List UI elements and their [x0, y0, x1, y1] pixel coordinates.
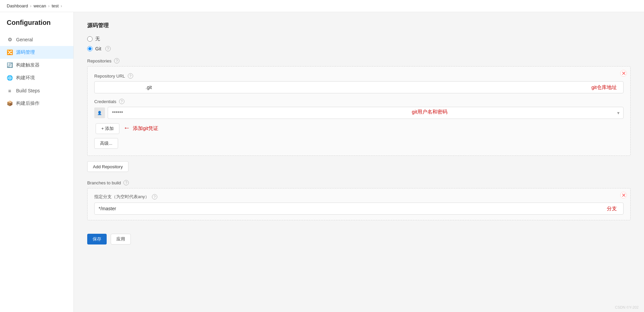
sidebar-item-label-env: 构建环境	[16, 75, 35, 81]
footer-actions: 保存 应用	[87, 230, 631, 244]
breadcrumb-wecan[interactable]: wecan	[34, 3, 46, 8]
credentials-label: Credentials ?	[94, 99, 624, 104]
repo-url-row: git仓库地址	[94, 81, 624, 93]
postbuild-icon: 📦	[7, 100, 13, 106]
sidebar-item-buildsteps[interactable]: ≡ Build Steps	[0, 84, 73, 97]
branch-input[interactable]	[94, 203, 624, 215]
branch-field-help-icon[interactable]: ?	[152, 194, 157, 199]
buildsteps-icon: ≡	[7, 88, 13, 94]
repo-url-label: Repository URL ?	[94, 73, 624, 79]
radio-none-item[interactable]: 无	[87, 36, 631, 42]
credentials-select-wrapper: ******	[108, 107, 624, 119]
branches-card: ✕ 指定分支（为空时代表any） ? 分支	[87, 188, 631, 220]
radio-git[interactable]	[87, 46, 93, 51]
sidebar-item-label-postbuild: 构建后操作	[16, 100, 40, 106]
advanced-area: 高级...	[94, 138, 624, 149]
sidebar-item-label-general: General	[16, 37, 33, 42]
add-repository-area: Add Repository	[87, 161, 631, 172]
repo-url-help-icon[interactable]: ?	[128, 73, 133, 79]
advanced-button[interactable]: 高级...	[94, 138, 118, 149]
git-help-icon[interactable]: ?	[105, 46, 111, 51]
sidebar-item-label-buildsteps: Build Steps	[16, 88, 40, 93]
repo-url-input[interactable]	[94, 81, 624, 93]
env-icon: 🌐	[7, 75, 13, 81]
radio-none[interactable]	[87, 36, 93, 42]
add-repository-button[interactable]: Add Repository	[87, 161, 128, 172]
add-credential-button[interactable]: + 添加	[96, 123, 119, 134]
repositories-section: Repositories ? ✕ Repository URL ? git仓库地…	[87, 58, 631, 220]
add-credential-annotation: 添加git凭证	[133, 125, 158, 131]
breadcrumb-test[interactable]: test	[52, 3, 59, 8]
credentials-help-icon[interactable]: ?	[119, 99, 124, 104]
repo-url-group: Repository URL ? git仓库地址	[94, 73, 624, 93]
branch-close-button[interactable]: ✕	[620, 192, 627, 198]
sidebar-item-general[interactable]: ⚙ General	[0, 33, 73, 46]
gear-icon: ⚙	[7, 37, 13, 43]
repo-close-button[interactable]: ✕	[620, 70, 627, 77]
sidebar-item-label-triggers: 构建触发器	[16, 62, 40, 68]
credential-icon: 👤	[94, 107, 105, 118]
repositories-label: Repositories ?	[87, 58, 631, 63]
credentials-group: Credentials ? 👤 ****** git用户名和密码	[94, 99, 624, 115]
branch-input-row: 分支	[94, 203, 624, 215]
branches-group: Branches to build ? ✕ 指定分支（为空时代表any） ? 分…	[87, 180, 631, 220]
sidebar: Configuration ⚙ General 🔀 源码管理 🔄 构建触发器 🌐…	[0, 12, 74, 312]
branches-label: Branches to build ?	[87, 180, 631, 185]
sidebar-item-source[interactable]: 🔀 源码管理	[0, 46, 73, 59]
apply-button[interactable]: 应用	[111, 234, 131, 244]
sidebar-item-triggers[interactable]: 🔄 构建触发器	[0, 59, 73, 72]
branch-field-label: 指定分支（为空时代表any） ?	[94, 194, 624, 200]
sidebar-item-postbuild[interactable]: 📦 构建后操作	[0, 97, 73, 110]
radio-git-item[interactable]: Git ?	[87, 46, 631, 51]
breadcrumb: Dashboard › wecan › test ›	[0, 0, 644, 12]
save-button[interactable]: 保存	[87, 234, 107, 244]
watermark: CSDN ©Y-202	[615, 305, 639, 309]
credentials-select[interactable]: ******	[108, 107, 624, 119]
trigger-icon: 🔄	[7, 62, 13, 68]
content-area: 源码管理 无 Git ? Repositories ? ✕	[74, 12, 644, 312]
branches-help-icon[interactable]: ?	[123, 180, 129, 185]
sidebar-title: Configuration	[0, 19, 73, 33]
credentials-row: 👤 ******	[94, 107, 624, 119]
radio-none-label: 无	[95, 36, 100, 42]
main-layout: Configuration ⚙ General 🔀 源码管理 🔄 构建触发器 🌐…	[0, 12, 644, 312]
sidebar-item-label-source: 源码管理	[16, 49, 35, 55]
repositories-help-icon[interactable]: ?	[114, 58, 119, 63]
breadcrumb-dashboard[interactable]: Dashboard	[7, 3, 28, 8]
sidebar-item-env[interactable]: 🌐 构建环境	[0, 72, 73, 84]
scm-radio-group: 无 Git ?	[87, 36, 631, 51]
add-credential-area: + 添加 ← 添加git凭证	[94, 123, 624, 134]
radio-git-label: Git	[95, 46, 101, 51]
repository-card: ✕ Repository URL ? git仓库地址 Credential	[87, 66, 631, 156]
arrow-icon: ←	[123, 124, 130, 131]
section-title: 源码管理	[87, 22, 631, 29]
source-icon: 🔀	[7, 49, 13, 55]
